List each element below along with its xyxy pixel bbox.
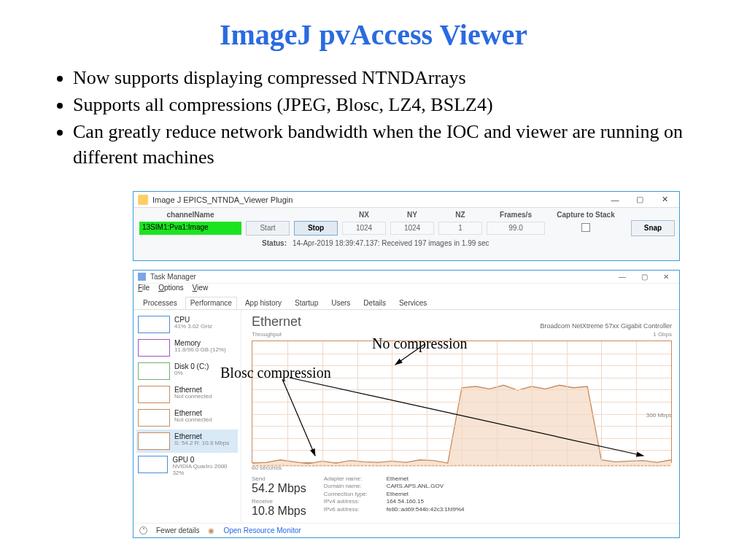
tm-sidebar: CPU41% 3.02 GHzMemory11.8/96.0 GB (12%)D… [133,310,241,523]
start-button[interactable]: Start [246,221,290,236]
adapter-properties: Adapter name:EthernetDomain name:CARS.AP… [324,475,465,518]
metric-subtitle: S: 54.2 R: 10.8 Mbps [174,440,229,447]
channel-name-field[interactable]: 13SIM1:Pva1:Image [139,222,241,235]
tab-users[interactable]: Users [326,297,355,309]
open-resource-monitor-link[interactable]: Open Resource Monitor [223,526,301,534]
sparkline-icon [138,339,170,357]
throughput-mid-scale: 300 Mbps [646,412,672,419]
tm-tabs: Processes Performance App history Startu… [133,295,679,310]
stop-button[interactable]: Stop [294,221,338,236]
throughput-chart [252,341,672,463]
menu-view[interactable]: View [193,284,209,295]
tab-processes[interactable]: Processes [138,297,182,309]
status-label: Status: [141,239,293,247]
java-icon [138,195,148,205]
ij-window-title: Image J EPICS_NTNDA_Viewer Plugin [152,195,600,204]
sidebar-item-eth2[interactable]: EthernetS: 54.2 R: 10.8 Mbps [136,429,238,453]
ethernet-heading: Ethernet [252,314,301,330]
prop-row: Adapter name:Ethernet [324,475,465,483]
close-icon[interactable]: ✕ [657,273,675,281]
sidebar-item-eth0[interactable]: EthernetNot connected [136,383,238,406]
sparkline-icon [138,456,168,473]
maximize-icon[interactable]: ▢ [635,273,653,281]
metric-subtitle: 0% [174,370,209,377]
prop-row: IPv6 address:fe80::ad69:544b:42c3:1fd9%4 [324,506,465,513]
annotation-blosc: Blosc compression [220,365,331,381]
menu-options[interactable]: Options [158,284,183,295]
bullet-list: Now supports displaying compressed NTNDA… [51,65,693,170]
collapse-icon[interactable]: ˄ [139,526,147,534]
throughput-max: 1 Gbps [653,331,672,338]
sidebar-item-gpu[interactable]: GPU 0NVIDIA Quadro 2000 32% [136,453,238,480]
metric-subtitle: Not connected [174,417,212,424]
adapter-name: Broadcom NetXtreme 57xx Gigabit Controll… [540,322,672,330]
throughput-label: Throughput [252,331,282,338]
tm-menubar: File Options View [133,284,679,295]
ij-titlebar: Image J EPICS_NTNDA_Viewer Plugin — ▢ ✕ [133,192,679,208]
nx-label: NX [342,211,386,219]
tm-titlebar: Task Manager — ▢ ✕ [133,271,679,284]
fewer-details-link[interactable]: Fewer details [156,526,199,534]
send-label: Send [252,475,306,482]
ny-value: 1024 [390,222,434,235]
sidebar-item-eth1[interactable]: EthernetNot connected [136,406,238,429]
sidebar-item-cpu[interactable]: CPU41% 3.02 GHz [136,313,238,336]
sparkline-icon [138,362,170,380]
metric-subtitle: NVIDIA Quadro 2000 32% [172,464,236,477]
tm-window-title: Task Manager [150,273,609,281]
slide-title: ImageJ pvAccess Viewer [0,0,747,52]
send-value: 54.2 Mbps [252,482,306,495]
metric-subtitle: 41% 3.02 GHz [174,324,212,330]
sparkline-icon [138,316,170,333]
prop-row: IPv4 address:164.54.160.15 [324,498,465,505]
status-text: 14-Apr-2019 18:39:47.137: Received 197 i… [293,239,489,247]
ny-label: NY [390,211,434,219]
fps-value: 99.0 [487,222,545,235]
tab-performance[interactable]: Performance [185,297,237,309]
nx-value: 1024 [342,222,386,235]
prop-row: Domain name:CARS.APS.ANL.GOV [324,483,465,490]
menu-file[interactable]: File [138,284,150,295]
sparkline-icon [138,409,170,427]
nz-value: 1 [438,222,482,235]
task-manager-icon [138,273,146,281]
bullet-item: Now supports displaying compressed NTNDA… [73,65,693,90]
minimize-icon[interactable]: — [614,273,631,281]
close-icon[interactable]: ✕ [654,195,675,204]
bullet-item: Supports all compressions (JPEG, Blosc, … [73,92,693,117]
receive-value: 10.8 Mbps [252,505,306,518]
sidebar-item-mem[interactable]: Memory11.8/96.0 GB (12%) [136,336,238,359]
imagej-plugin-window: Image J EPICS_NTNDA_Viewer Plugin — ▢ ✕ … [133,191,680,261]
tm-footer: ˄ Fewer details ◉ Open Resource Monitor [133,523,679,537]
metric-subtitle: 11.8/96.0 GB (12%) [174,347,226,354]
maximize-icon[interactable]: ▢ [630,195,650,204]
minimize-icon[interactable]: — [605,195,625,204]
metric-subtitle: Not connected [174,394,212,400]
task-manager-window: Task Manager — ▢ ✕ File Options View Pro… [133,270,680,538]
tab-app-history[interactable]: App history [240,297,287,309]
receive-label: Receive [252,498,306,505]
tab-startup[interactable]: Startup [290,297,323,309]
channel-name-label: channelName [139,211,241,219]
nz-label: NZ [438,211,482,219]
annotation-no-compression: No compression [372,335,468,352]
bullet-item: Can greatly reduce network bandwidth whe… [73,119,693,170]
sparkline-icon [138,386,170,403]
tab-services[interactable]: Services [394,297,432,309]
sparkline-icon [138,432,170,450]
capture-label: Capture to Stack [549,211,622,219]
resource-monitor-icon: ◉ [208,526,214,534]
fps-label: Frames/s [487,211,545,219]
capture-checkbox[interactable] [549,223,622,233]
snap-button[interactable]: Snap [631,220,675,236]
tab-details[interactable]: Details [358,297,391,309]
prop-row: Connection type:Ethernet [324,491,465,498]
